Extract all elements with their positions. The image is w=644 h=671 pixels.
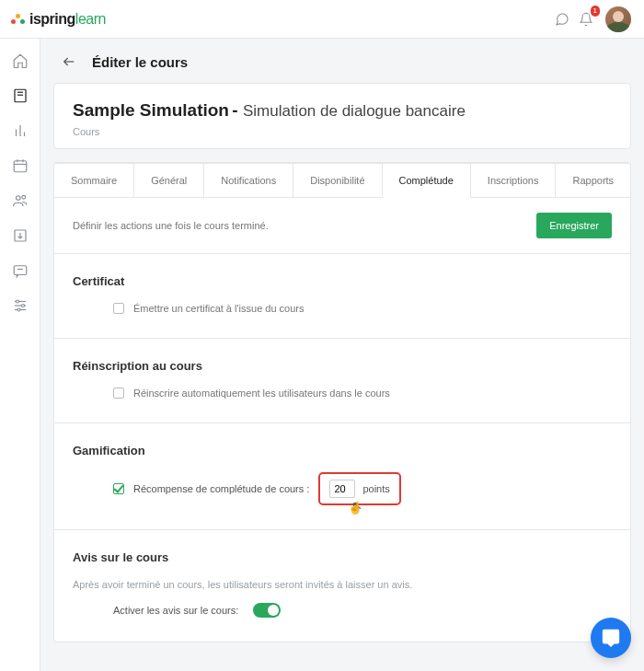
points-unit: points [362, 483, 389, 494]
sidebar-archive-icon[interactable] [11, 226, 29, 245]
notification-badge: 1 [591, 6, 600, 17]
svg-rect-6 [14, 161, 27, 172]
breadcrumb[interactable]: Cours [73, 126, 612, 137]
actions-row: Définir les actions une fois le cours te… [54, 198, 630, 254]
svg-point-10 [16, 196, 20, 201]
tab-reports[interactable]: Rapports [556, 164, 631, 197]
gamification-heading: Gamification [73, 444, 612, 457]
completion-hint: Définir les actions une fois le cours te… [73, 220, 269, 231]
sidebar-courses-icon[interactable] [11, 87, 29, 105]
tab-reviews[interactable]: Avis [631, 164, 644, 197]
page-title: Éditer le cours [92, 54, 188, 70]
certificate-heading: Certificat [73, 274, 612, 288]
reenroll-checkbox-label: Réinscrire automatiquement les utilisate… [133, 388, 390, 399]
page-header: Éditer le cours [40, 39, 644, 83]
svg-rect-14 [14, 266, 27, 275]
back-button[interactable] [59, 52, 79, 72]
reviews-section: Avis sur le cours Après avoir terminé un… [54, 530, 630, 642]
logo-mark [11, 12, 26, 27]
brand-name-light: learn [75, 11, 106, 28]
notification-icon[interactable]: 1 [574, 7, 598, 31]
tab-enrollments[interactable]: Inscriptions [471, 164, 557, 197]
gamification-checkbox[interactable] [113, 483, 124, 494]
tab-completion[interactable]: Complétude [383, 164, 471, 197]
topbar: ispringlearn 1 [0, 0, 644, 39]
reviews-heading: Avis sur le cours [73, 550, 612, 564]
sidebar-calendar-icon[interactable] [11, 156, 29, 175]
cursor-pointer-icon: ☝️ [348, 501, 362, 515]
tab-general[interactable]: Général [134, 164, 204, 197]
sidebar-users-icon[interactable] [11, 191, 29, 210]
reenroll-checkbox[interactable] [113, 388, 124, 399]
reviews-hint: Après avoir terminé un cours, les utilis… [73, 579, 612, 590]
svg-point-20 [21, 305, 24, 307]
certificate-checkbox[interactable] [113, 303, 124, 314]
save-button[interactable]: Enregistrer [536, 213, 612, 238]
main-content: Éditer le cours Sample Simulation - Simu… [40, 39, 644, 671]
settings-card: Sommaire Général Notifications Disponibi… [53, 162, 631, 642]
reviews-toggle[interactable] [253, 603, 281, 618]
gamification-section: Gamification Récompense de complétude de… [54, 423, 630, 530]
brand-logo[interactable]: ispringlearn [11, 11, 106, 28]
svg-point-21 [17, 308, 20, 311]
reenroll-heading: Réinscription au cours [73, 359, 612, 373]
course-title: Sample Simulation [73, 100, 229, 120]
gamification-checkbox-label: Récompense de complétude de cours : [133, 483, 309, 494]
title-card: Sample Simulation - Simulation de dialog… [53, 83, 631, 149]
points-highlight: points ↖︎ ☝️ [318, 472, 400, 505]
tab-availability[interactable]: Disponibilité [293, 164, 382, 197]
sidebar-reports-icon[interactable] [11, 121, 29, 140]
chat-fab[interactable] [591, 618, 631, 658]
sidebar-messages-icon[interactable] [11, 261, 29, 280]
tab-notifications[interactable]: Notifications [204, 164, 293, 197]
certificate-checkbox-label: Émettre un certificat à l'issue du cours [133, 303, 305, 314]
reenroll-section: Réinscription au cours Réinscrire automa… [54, 339, 630, 423]
certificate-section: Certificat Émettre un certificat à l'iss… [54, 254, 630, 339]
sidebar [0, 39, 40, 671]
svg-point-11 [21, 195, 25, 199]
svg-rect-0 [15, 89, 26, 102]
sidebar-home-icon[interactable] [11, 52, 29, 70]
svg-point-19 [16, 300, 18, 303]
sidebar-settings-icon[interactable] [11, 296, 29, 315]
avatar[interactable] [605, 6, 631, 32]
course-subtitle: Simulation de dialogue bancaire [243, 102, 466, 120]
comment-icon[interactable] [550, 7, 574, 31]
brand-name-bold: ispring [29, 11, 75, 28]
reviews-toggle-label: Activer les avis sur le cours: [113, 605, 238, 616]
tabs: Sommaire Général Notifications Disponibi… [54, 163, 630, 198]
tab-summary[interactable]: Sommaire [54, 164, 134, 197]
points-input[interactable] [329, 480, 355, 498]
